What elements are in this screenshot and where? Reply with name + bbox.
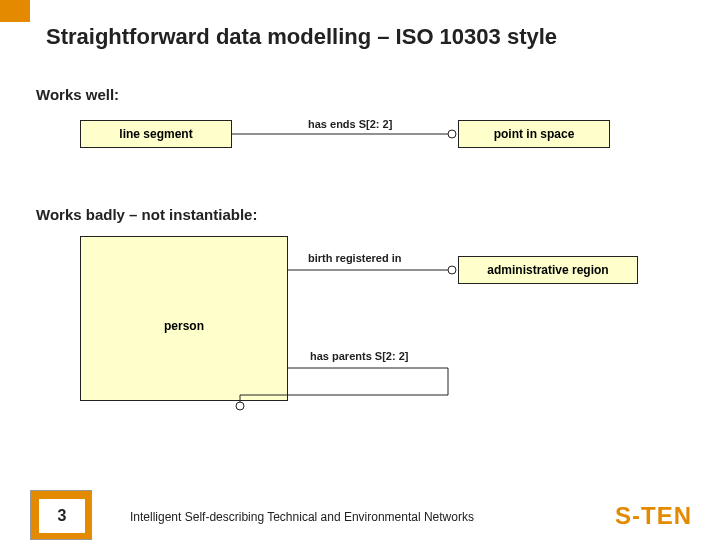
svg-point-3 — [448, 266, 456, 274]
section-works-well: Works well: — [36, 86, 119, 103]
entity-label: person — [164, 319, 204, 333]
relation-has-ends: has ends S[2: 2] — [308, 118, 392, 130]
entity-person: person — [80, 236, 288, 401]
entity-administrative-region: administrative region — [458, 256, 638, 284]
entity-label: point in space — [494, 127, 575, 141]
relation-has-parents: has parents S[2: 2] — [310, 350, 408, 362]
entity-label: line segment — [119, 127, 192, 141]
section-works-badly: Works badly – not instantiable: — [36, 206, 257, 223]
slide-number-box: 3 — [30, 490, 92, 540]
svg-point-8 — [236, 402, 244, 410]
entity-label: administrative region — [487, 263, 608, 277]
relation-birth-registered: birth registered in — [308, 252, 402, 264]
footer-caption: Intelligent Self-describing Technical an… — [130, 510, 474, 524]
svg-point-1 — [448, 130, 456, 138]
slide-footer: 3 Intelligent Self-describing Technical … — [0, 490, 720, 540]
slide-title: Straightforward data modelling – ISO 103… — [46, 24, 557, 50]
slide-number: 3 — [39, 499, 85, 533]
footer-brand: S-TEN — [615, 502, 692, 530]
entity-point-in-space: point in space — [458, 120, 610, 148]
entity-line-segment: line segment — [80, 120, 232, 148]
slide-corner-accent — [0, 0, 30, 22]
